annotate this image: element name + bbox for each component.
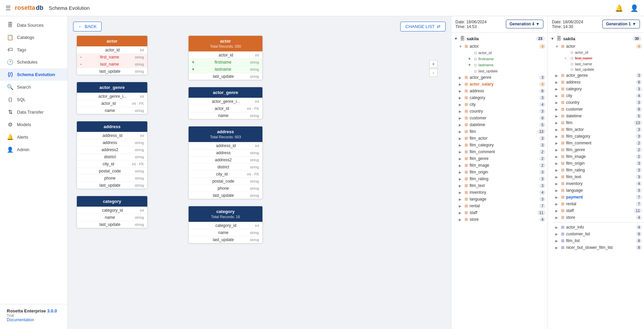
tree-item-rental-right[interactable]: ▶ ⊞ rental 7 bbox=[553, 201, 644, 207]
generation1-dropdown[interactable]: Generation 1 ▼ bbox=[602, 20, 640, 28]
sidebar-item-search[interactable]: 🔍 Search bbox=[0, 81, 67, 93]
tree-item-country-left[interactable]: ▶ ⊞ country 3 bbox=[457, 108, 548, 115]
tree-item-actor-genre-left[interactable]: ▶ ⊞ actor_genre 3 bbox=[457, 74, 548, 81]
tree-item-film-genre-left[interactable]: ▶ ⊞ film_genre 2 bbox=[457, 155, 548, 162]
tree-item-staff-right[interactable]: ▶ ⊞ staff 11 bbox=[553, 207, 644, 214]
tree-item-actor-info-right[interactable]: ▶ ⊞ actor_info 4 bbox=[553, 224, 644, 231]
change-list-button[interactable]: CHANGE LIST ⇄ bbox=[400, 22, 446, 31]
table-row: addressstring bbox=[189, 149, 262, 156]
tree-item-film-text-left[interactable]: ▶ ⊞ film_text 3 bbox=[457, 182, 548, 189]
tree-item-rental-left[interactable]: ▶ ⊞ rental 7 bbox=[457, 203, 548, 209]
tree-item-film-text-right[interactable]: ▶ ⊞ film_text 3 bbox=[553, 173, 644, 180]
table-icon: ⊞ bbox=[465, 89, 468, 93]
zoom-out-button[interactable]: - bbox=[429, 69, 437, 77]
sidebar-item-schema-evolution[interactable]: ⟨/⟩ Schema Evolution bbox=[0, 68, 67, 81]
tree-item-city-right[interactable]: ▶ ⊞ city 4 bbox=[553, 92, 644, 99]
tags-icon: 🏷 bbox=[7, 47, 14, 53]
tree-item-film-right[interactable]: ▶ ⊞ film 13 bbox=[553, 119, 644, 126]
tree-item-film-comment-left[interactable]: ▶ ⊞ film_comment 2 bbox=[457, 148, 548, 155]
tree-item-datetime-left[interactable]: ▶ ⊞ datetime 5 bbox=[457, 121, 548, 128]
left-tree-panel: Date: 18/06/2024 Time: 14:53 Generation … bbox=[451, 16, 548, 329]
tree-item-category-right[interactable]: ▶ ⊞ category 3 bbox=[553, 86, 644, 92]
documentation-link[interactable]: Documentation bbox=[7, 318, 61, 322]
table-header-actor-genre-right: actor_genre bbox=[189, 87, 262, 98]
view-icon: ⊞ bbox=[561, 225, 564, 230]
tree-item-actor-left[interactable]: ▼ ⊞ actor 4 bbox=[457, 43, 548, 50]
table-header-actor-right: actorTotal Records: 200 bbox=[189, 36, 262, 51]
tree-item-film-origin-right[interactable]: ▶ ⊞ film_origin 3 bbox=[553, 160, 644, 167]
table-row: address_idint bbox=[189, 142, 262, 149]
sidebar-item-schedules[interactable]: 🕐 Schedules bbox=[0, 56, 67, 68]
tree-item-film-origin-left[interactable]: ▶ ⊞ film_origin 3 bbox=[457, 169, 548, 175]
tree-item-nicer-film-list-right[interactable]: ▶ ⊞ nicer_but_slower_film_list 8 bbox=[553, 244, 644, 251]
tree-item-customer-right[interactable]: ▶ ⊞ customer 9 bbox=[553, 106, 644, 113]
notification-icon[interactable]: 🔔 bbox=[615, 4, 623, 12]
schema-evolution-icon: ⟨/⟩ bbox=[7, 71, 14, 78]
tree-toggle-icon[interactable]: ▼ bbox=[454, 37, 458, 41]
table-icon: ⊞ bbox=[465, 143, 468, 147]
tree-item-film-image-left[interactable]: ▶ ⊞ film_image 2 bbox=[457, 162, 548, 169]
table-row: category_idint bbox=[77, 207, 147, 214]
tree-item-staff-left[interactable]: ▶ ⊞ staff 11 bbox=[457, 209, 548, 216]
user-avatar-icon[interactable]: 👤 bbox=[630, 4, 639, 12]
tree-item-language-right[interactable]: ▶ ⊞ language 3 bbox=[553, 187, 644, 194]
tree-item-inventory-left[interactable]: ▶ ⊞ inventory 4 bbox=[457, 189, 548, 196]
tree-item-film-rating-right[interactable]: ▶ ⊞ film_rating 3 bbox=[553, 167, 644, 173]
tree-item-language-left[interactable]: ▶ ⊞ language 3 bbox=[457, 196, 548, 203]
actor-fields-left: + ⊡ actor_id + ⊡ firstname + ⊡ lastn bbox=[457, 50, 548, 74]
sidebar-item-models[interactable]: ⚙ Models bbox=[0, 118, 67, 131]
tree-item-film-rating-left[interactable]: ▶ ⊞ film_rating 3 bbox=[457, 175, 548, 182]
table-icon: ⊞ bbox=[465, 204, 468, 208]
tree-field-actor-id-left: + ⊡ actor_id bbox=[466, 50, 548, 56]
tree-item-film-category-left[interactable]: ▶ ⊞ film_category 3 bbox=[457, 142, 548, 148]
zoom-in-button[interactable]: + bbox=[429, 60, 437, 68]
sidebar-item-alerts[interactable]: 🔔 Alerts bbox=[0, 131, 67, 143]
tree-item-payment-right[interactable]: ▶ ⊞ payment 7 bbox=[553, 194, 644, 201]
tree-item-film-actor-right[interactable]: ▶ ⊞ film_actor 3 bbox=[553, 126, 644, 133]
tree-item-store-left[interactable]: ▶ ⊞ store 4 bbox=[457, 216, 548, 223]
sidebar-item-sql[interactable]: ⟨⟩ SQL bbox=[0, 93, 67, 106]
sidebar-item-tags[interactable]: 🏷 Tags bbox=[0, 44, 67, 56]
tree-item-country-right[interactable]: ▶ ⊞ country 3 bbox=[553, 99, 644, 106]
sidebar-item-admin[interactable]: 👤 Admin bbox=[0, 143, 67, 156]
logo: rosettadb bbox=[15, 4, 43, 11]
table-actor-right: actorTotal Records: 200 actor_idint + fi… bbox=[188, 36, 263, 80]
sidebar-item-data-transfer[interactable]: ⇅ Data Transfer bbox=[0, 106, 67, 118]
tree-divider bbox=[553, 222, 644, 222]
left-tree-root: ▼ 🗄 sakila 23 bbox=[451, 34, 548, 43]
tree-item-actor-right[interactable]: ▼ ⊞ actor 4 bbox=[553, 43, 644, 50]
table-icon: ⊞ bbox=[465, 197, 468, 202]
sidebar-item-catalogs[interactable]: 📋 Catalogs bbox=[0, 31, 67, 44]
back-button[interactable]: ← BACK bbox=[73, 22, 102, 31]
tree-item-customer-list-right[interactable]: ▶ ⊞ customer_list 9 bbox=[553, 231, 644, 237]
tree-item-film-category-right[interactable]: ▶ ⊞ film_category 3 bbox=[553, 133, 644, 140]
version-number[interactable]: 3.0.0 bbox=[47, 308, 57, 313]
tree-item-film-actor-left[interactable]: ▶ ⊞ film_actor 3 bbox=[457, 135, 548, 142]
tree-item-film-list-right[interactable]: ▶ ⊞ film_list 8 bbox=[553, 237, 644, 244]
tree-item-datetime-right[interactable]: ▶ ⊞ datetime 5 bbox=[553, 113, 644, 119]
generation4-dropdown[interactable]: Generation 4 ▼ bbox=[506, 20, 543, 28]
tree-toggle-icon[interactable]: ▼ bbox=[551, 37, 554, 41]
table-icon: ⊞ bbox=[561, 147, 564, 152]
tree-item-actor-salary-left[interactable]: ▶ ⊞ actor_salary 4 bbox=[457, 81, 548, 88]
tree-item-film-genre-right[interactable]: ▶ ⊞ film_genre 2 bbox=[553, 146, 644, 153]
tree-item-address-left[interactable]: ▶ ⊞ address 8 bbox=[457, 88, 548, 94]
tree-item-actor-genre-right[interactable]: ▶ ⊞ actor_genre 3 bbox=[553, 72, 644, 79]
field-icon: ⊡ bbox=[474, 63, 477, 67]
tree-item-film-image-right[interactable]: ▶ ⊞ film_image 2 bbox=[553, 153, 644, 160]
hamburger-icon[interactable]: ☰ bbox=[5, 4, 11, 12]
table-icon: ⊞ bbox=[465, 190, 468, 195]
tree-item-film-left[interactable]: ▶ ⊞ film 13 bbox=[457, 128, 548, 135]
tree-item-store-right[interactable]: ▶ ⊞ store 4 bbox=[553, 214, 644, 221]
tree-item-category-left[interactable]: ▶ ⊞ category 3 bbox=[457, 94, 548, 101]
tree-item-inventory-right[interactable]: ▶ ⊞ inventory 4 bbox=[553, 180, 644, 187]
table-icon: ⊞ bbox=[465, 75, 468, 80]
tree-item-address-right[interactable]: ▶ ⊞ address 8 bbox=[553, 79, 644, 86]
table-icon: ⊞ bbox=[561, 44, 564, 49]
sidebar-item-data-sources[interactable]: 🗄 Data Sources bbox=[0, 19, 67, 31]
tree-item-film-comment-right[interactable]: ▶ ⊞ film_comment 2 bbox=[553, 140, 644, 146]
table-row: districtstring bbox=[77, 153, 147, 160]
tree-item-city-left[interactable]: ▶ ⊞ city 4 bbox=[457, 101, 548, 108]
left-tables-column: actor actor_id int - first_name string bbox=[77, 36, 148, 243]
tree-item-customer-left[interactable]: ▶ ⊞ customer 9 bbox=[457, 115, 548, 121]
